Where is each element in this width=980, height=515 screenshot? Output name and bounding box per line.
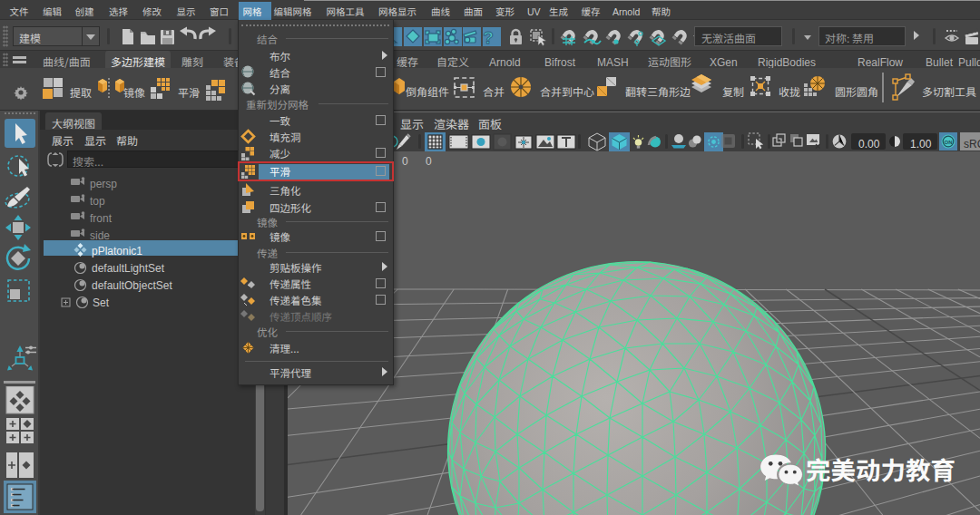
svg-text:?: ? — [483, 28, 494, 47]
svg-text:完美动力教育: 完美动力教育 — [806, 451, 956, 487]
svg-text:ON: ON — [945, 140, 953, 145]
